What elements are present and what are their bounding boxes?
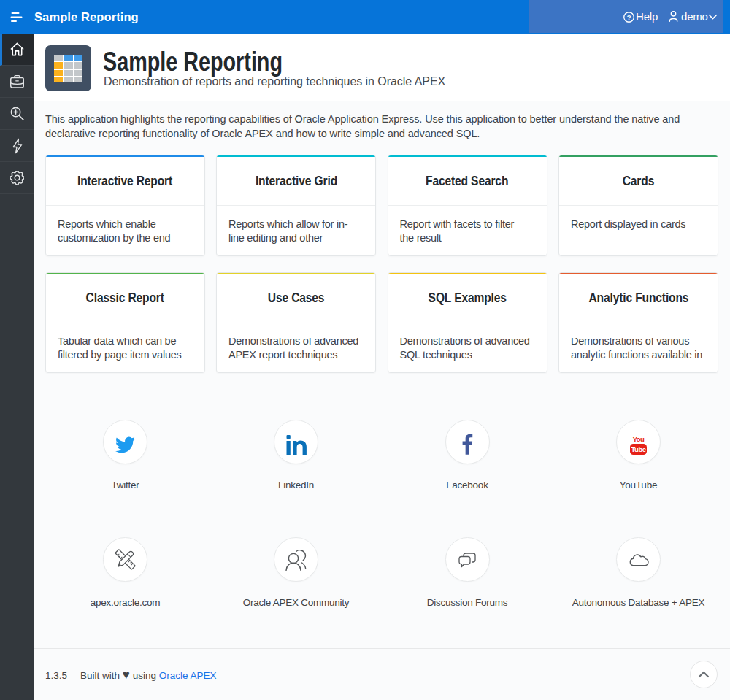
svg-text:?: ? [627,14,631,21]
